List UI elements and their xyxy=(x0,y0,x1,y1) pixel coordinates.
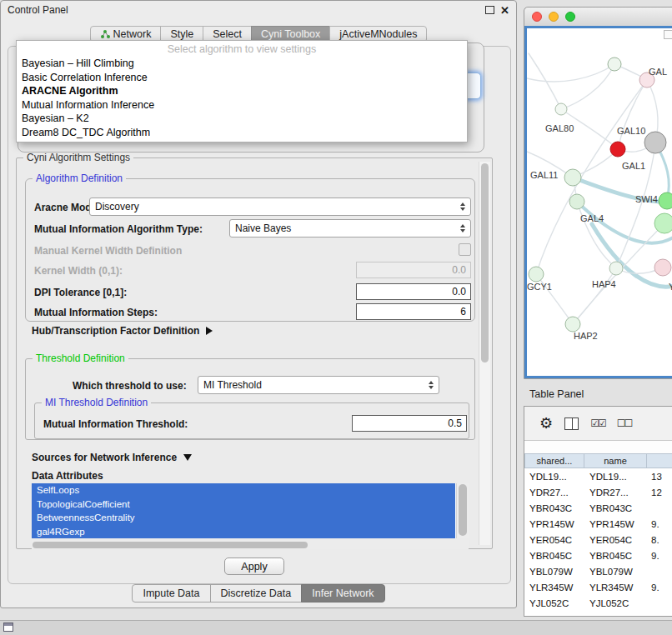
sources-label: Sources for Network Inference xyxy=(32,452,177,463)
control-panel-titlebar[interactable]: Control Panel ✕ xyxy=(1,1,516,19)
attributes-scrollbar[interactable] xyxy=(456,483,469,538)
table-cell: YER054C xyxy=(584,535,648,545)
network-node[interactable] xyxy=(565,317,580,332)
minimize-traffic-light[interactable] xyxy=(549,12,559,22)
algorithm-option[interactable]: Dream8 DC_TDC Algorithm xyxy=(17,126,467,140)
hub-definition-label: Hub/Transcription Factor Definition xyxy=(32,325,199,337)
network-node[interactable] xyxy=(659,192,672,209)
tab-label: Impute Data xyxy=(143,588,199,599)
network-node[interactable] xyxy=(610,142,625,157)
which-threshold-combo[interactable]: MI Threshold xyxy=(198,376,439,394)
table-row[interactable]: YPR145WYPR145W9. xyxy=(524,516,672,532)
network-canvas[interactable]: GALGAL80GAL10GAL11GAL1SWI4GAL4GCY1HAP4YH… xyxy=(524,26,672,378)
algorithm-definition-title: Algorithm Definition xyxy=(33,172,126,184)
apply-button[interactable]: Apply xyxy=(224,558,284,575)
node-label: HAP4 xyxy=(592,279,616,289)
table-cell: YER054C xyxy=(524,535,584,545)
table-cell: YBR045C xyxy=(524,551,584,561)
algorithm-option[interactable]: Bayesian – Hill Climbing xyxy=(17,57,467,71)
table-cell: YDL19... xyxy=(524,472,584,482)
network-window-titlebar[interactable] xyxy=(524,8,672,27)
algorithm-option[interactable]: Basic Correlation Inference xyxy=(17,71,467,85)
table-cell: YDL19... xyxy=(584,472,648,482)
scrollbar-thumb[interactable] xyxy=(481,163,489,362)
manual-kernel-checkbox[interactable] xyxy=(459,243,471,256)
data-attributes-list[interactable]: SelfLoopsTopologicalCoefficientBetweenne… xyxy=(32,483,469,538)
node-label: GAL10 xyxy=(617,126,645,136)
dpi-tolerance-field[interactable]: 0.0 xyxy=(356,283,471,300)
algorithm-option[interactable]: Mutual Information Inference xyxy=(17,98,467,112)
scrollbar-thumb[interactable] xyxy=(459,484,467,536)
node-label: SWI4 xyxy=(635,194,658,204)
tab-impute-data[interactable]: Impute Data xyxy=(132,584,210,602)
deselect-columns-icon[interactable]: ☐☐ xyxy=(617,418,632,429)
column-header[interactable] xyxy=(646,453,672,468)
table-cell: YPR145W xyxy=(524,519,584,529)
minimized-panel-icon[interactable] xyxy=(3,622,13,632)
close-traffic-light[interactable] xyxy=(532,12,542,22)
table-row[interactable]: YBR043CYBR043C xyxy=(524,500,672,516)
table-panel-window: ⚙ ☑☑ ☐☐ shared... name YDL19...YDL19...1… xyxy=(524,406,672,617)
tab-discretize-data[interactable]: Discretize Data xyxy=(210,584,303,602)
attribute-item[interactable]: TopologicalCoefficient xyxy=(32,498,455,512)
table-row[interactable]: YBR045CYBR045C9. xyxy=(524,548,672,563)
close-window-icon[interactable]: ✕ xyxy=(500,5,509,16)
manual-kernel-label: Manual Kernel Width Definition xyxy=(34,245,182,257)
network-edge[interactable] xyxy=(527,64,614,82)
table-cell: YDR27... xyxy=(524,488,584,498)
mi-threshold-group: MI Threshold Definition Mutual Informati… xyxy=(34,402,469,439)
mi-threshold-field[interactable]: 0.5 xyxy=(352,415,467,432)
control-panel-window: Control Panel ✕ Network Style Select Cyn… xyxy=(0,0,517,608)
network-edge[interactable] xyxy=(561,64,614,109)
attribute-item[interactable]: gal4RGexp xyxy=(32,525,455,539)
network-node[interactable] xyxy=(644,132,666,153)
status-bar xyxy=(0,620,672,635)
table-cell: 9. xyxy=(648,582,672,592)
network-node[interactable] xyxy=(654,213,672,233)
mi-type-combo[interactable]: Naive Bayes xyxy=(229,219,471,238)
table-row[interactable]: YER054CYER054C8. xyxy=(524,532,672,548)
table-row[interactable]: YJL052CYJL052C xyxy=(524,595,672,611)
network-node[interactable] xyxy=(564,169,581,186)
table-cell: YBR043C xyxy=(584,503,648,513)
select-all-columns-icon[interactable]: ☑☑ xyxy=(590,418,605,429)
table-body: YDL19...YDL19...13YDR27...YDR27...12YBR0… xyxy=(524,468,672,616)
float-window-icon[interactable] xyxy=(485,6,494,14)
table-header-row: shared... name xyxy=(524,453,672,468)
network-node[interactable] xyxy=(569,194,584,209)
mi-steps-field[interactable]: 6 xyxy=(356,303,471,320)
node-label: GCY1 xyxy=(527,282,552,292)
scrollbar-thumb[interactable] xyxy=(33,542,308,548)
network-node[interactable] xyxy=(555,103,567,115)
table-row[interactable]: YBL079WYBL079W xyxy=(524,563,672,579)
network-node[interactable] xyxy=(654,259,671,276)
attribute-item[interactable]: BetweennessCentrality xyxy=(32,511,455,525)
combo-arrows-icon xyxy=(460,224,465,232)
column-header[interactable]: shared... xyxy=(524,453,584,468)
kernel-width-field[interactable]: 0.0 xyxy=(356,262,471,278)
node-label: GAL4 xyxy=(580,213,604,223)
attributes-horizontal-scrollbar[interactable] xyxy=(32,540,469,549)
window-title: Control Panel xyxy=(8,4,68,16)
hub-definition-toggle[interactable]: Hub/Transcription Factor Definition xyxy=(32,325,213,337)
table-row[interactable]: YDR27...YDR27...12 xyxy=(524,484,672,500)
algorithm-option[interactable]: Bayesian – K2 xyxy=(17,112,467,126)
algorithm-option[interactable]: ARACNE Algorithm xyxy=(17,84,467,98)
attribute-item[interactable]: SelfLoops xyxy=(32,483,455,498)
table-cell: YJL052C xyxy=(584,598,648,608)
column-header[interactable]: name xyxy=(584,453,647,468)
tab-infer-network[interactable]: Infer Network xyxy=(301,584,384,602)
table-row[interactable]: YDL19...YDL19...13 xyxy=(524,468,672,484)
sources-toggle[interactable]: Sources for Network Inference xyxy=(32,452,192,463)
table-row[interactable]: YLR345WYLR345W9. xyxy=(524,579,672,595)
table-cell: YDR27... xyxy=(584,488,648,498)
network-node[interactable] xyxy=(529,267,544,282)
zoom-traffic-light[interactable] xyxy=(565,12,575,22)
network-node[interactable] xyxy=(608,58,621,71)
network-node[interactable] xyxy=(609,262,623,275)
settings-scrollbar[interactable] xyxy=(479,162,490,545)
table-cell: YBL079W xyxy=(584,567,648,577)
aracne-mode-combo[interactable]: Discovery xyxy=(89,198,471,216)
columns-icon[interactable] xyxy=(564,418,579,430)
gear-icon[interactable]: ⚙ xyxy=(539,416,553,431)
